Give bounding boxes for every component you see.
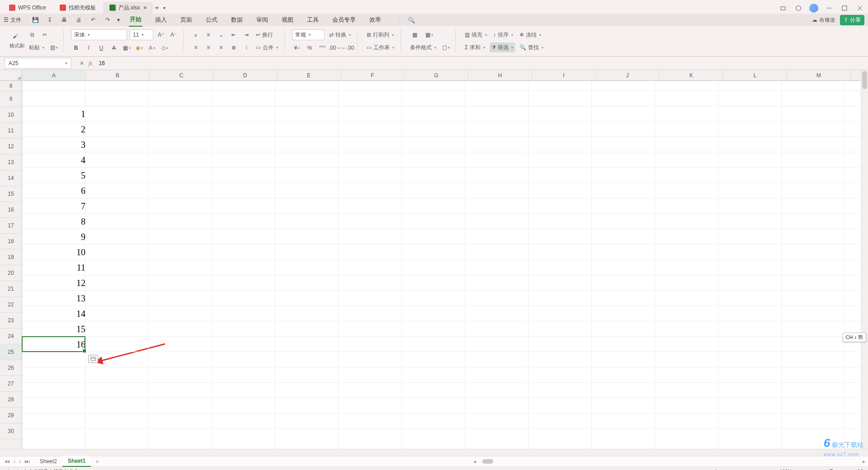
column-header-A[interactable]: A bbox=[22, 70, 86, 80]
row-header-17[interactable]: 17 bbox=[0, 218, 22, 234]
row-header-12[interactable]: 12 bbox=[0, 139, 22, 155]
increase-indent-icon[interactable]: ⇥ bbox=[241, 30, 251, 40]
row-header-19[interactable]: 19 bbox=[0, 249, 22, 265]
row-header-29[interactable]: 29 bbox=[0, 408, 22, 423]
cell-A14[interactable]: 5 bbox=[22, 168, 88, 183]
strikethrough-icon[interactable]: A̶ bbox=[109, 43, 119, 53]
cell-A18[interactable]: 9 bbox=[22, 229, 88, 244]
row-header-27[interactable]: 27 bbox=[0, 376, 22, 392]
column-header-M[interactable]: M bbox=[787, 70, 851, 80]
cell-format-icon[interactable]: ▢ bbox=[441, 42, 451, 52]
row-header-26[interactable]: 26 bbox=[0, 360, 22, 376]
font-size-select[interactable]: 11▾ bbox=[130, 29, 153, 40]
row-header-11[interactable]: 11 bbox=[0, 123, 22, 139]
column-header-J[interactable]: J bbox=[596, 70, 660, 80]
underline-icon[interactable]: U bbox=[96, 43, 106, 53]
tab-page[interactable]: 页面 bbox=[179, 14, 193, 26]
share-button[interactable]: ⇪ 分享 bbox=[840, 15, 864, 25]
tab-member[interactable]: 会员专享 bbox=[331, 14, 357, 26]
row-header-18[interactable]: 18 bbox=[0, 234, 22, 249]
row-header-9[interactable]: 9 bbox=[0, 91, 22, 107]
column-header-E[interactable]: E bbox=[277, 70, 341, 80]
merge-button[interactable]: ▭ 合并▾ bbox=[254, 42, 280, 52]
minimize-button[interactable] bbox=[824, 3, 835, 14]
select-all-corner[interactable] bbox=[0, 70, 22, 81]
cell-A20[interactable]: 11 bbox=[22, 260, 88, 275]
tab-home[interactable]: 开始 bbox=[129, 13, 142, 27]
cond-format-button[interactable]: 条件格式▾ bbox=[408, 42, 438, 52]
row-header-22[interactable]: 22 bbox=[0, 297, 22, 313]
add-sheet-button[interactable]: ＋ bbox=[91, 458, 104, 465]
row-header-16[interactable]: 16 bbox=[0, 202, 22, 218]
app-tab-templates[interactable]: 找稻壳模板 bbox=[53, 2, 102, 14]
font-name-select[interactable]: 宋体▾ bbox=[71, 29, 127, 40]
name-box[interactable]: A25 ▾ bbox=[5, 58, 71, 69]
align-right-icon[interactable]: ≡ bbox=[216, 42, 226, 52]
wrap-button[interactable]: ↩ 换行 bbox=[254, 30, 275, 40]
freeze-button[interactable]: ❄ 冻结▾ bbox=[518, 30, 543, 40]
table-format-icon[interactable]: ▦ bbox=[408, 30, 421, 40]
cell-A13[interactable]: 4 bbox=[22, 152, 88, 168]
view-normal-icon[interactable]: ▦ bbox=[739, 468, 748, 470]
sheet-tab-sheet1[interactable]: Sheet1 bbox=[62, 456, 91, 467]
decrease-decimal-icon[interactable]: ←.00 bbox=[343, 43, 353, 53]
avatar[interactable] bbox=[808, 3, 819, 14]
row-header-30[interactable]: 30 bbox=[0, 423, 22, 439]
ribbon-search[interactable]: 🔍 bbox=[398, 14, 416, 26]
tab-efficiency[interactable]: 效率 bbox=[368, 14, 382, 26]
align-bottom-icon[interactable]: ⌄ bbox=[216, 30, 226, 40]
row-header-21[interactable]: 21 bbox=[0, 281, 22, 297]
cell-A21[interactable]: 12 bbox=[22, 275, 88, 291]
zoom-in-icon[interactable]: ＋ bbox=[842, 468, 851, 470]
row-header-24[interactable]: 24 bbox=[0, 329, 22, 344]
cell-A23[interactable]: 14 bbox=[22, 306, 88, 321]
filter-button[interactable]: ⧩ 筛选▾ bbox=[490, 42, 515, 52]
maximize-button[interactable] bbox=[839, 3, 850, 14]
ime-badge[interactable]: CH ♪ 简 bbox=[843, 333, 867, 342]
cancel-formula-icon[interactable]: ✕ bbox=[80, 60, 84, 66]
rowcol-button[interactable]: ⊞ 行和列▾ bbox=[365, 30, 396, 40]
sheet-prev-icon[interactable]: ‹ bbox=[14, 458, 15, 465]
decrease-indent-icon[interactable]: ⇤ bbox=[229, 30, 239, 40]
modified-indicator[interactable]: ☁ 有修改 bbox=[812, 16, 835, 24]
column-header-H[interactable]: H bbox=[468, 70, 532, 80]
close-button[interactable] bbox=[854, 3, 865, 14]
cell-A10[interactable]: 1 bbox=[22, 106, 88, 122]
cell-A11[interactable]: 2 bbox=[22, 122, 88, 137]
increase-decimal-icon[interactable]: .00→ bbox=[330, 43, 340, 53]
row-header-23[interactable]: 23 bbox=[0, 313, 22, 329]
italic-icon[interactable]: I bbox=[84, 43, 94, 53]
cell-A15[interactable]: 6 bbox=[22, 183, 88, 198]
thousand-sep-icon[interactable]: °°° bbox=[317, 43, 327, 53]
qat-more[interactable]: ▾ bbox=[117, 17, 120, 23]
target-icon[interactable]: ⊕ bbox=[725, 468, 734, 470]
column-header-C[interactable]: C bbox=[150, 70, 213, 80]
align-top-icon[interactable]: ⌅ bbox=[191, 30, 201, 40]
row-header-15[interactable]: 15 bbox=[0, 186, 22, 202]
save-icon[interactable]: 💾 bbox=[30, 15, 40, 25]
cell-A24[interactable]: 15 bbox=[22, 321, 88, 337]
highlight-icon[interactable]: ◇ bbox=[160, 43, 170, 53]
tab-data[interactable]: 数据 bbox=[230, 14, 244, 26]
compact-mode-icon[interactable] bbox=[778, 3, 788, 14]
cell-style-icon[interactable]: ▦ bbox=[424, 30, 434, 40]
tab-review[interactable]: 审阅 bbox=[255, 14, 269, 26]
fx-icon[interactable]: fx bbox=[89, 60, 93, 67]
print-preview-icon[interactable]: 🖨 bbox=[74, 15, 84, 25]
sum-button[interactable]: Σ 求和▾ bbox=[463, 42, 487, 52]
view-page-icon[interactable]: ▯ bbox=[752, 468, 761, 470]
percent-icon[interactable]: % bbox=[305, 43, 315, 53]
view-break-icon[interactable]: ▭ bbox=[766, 468, 775, 470]
new-tab-button[interactable]: ＋▾ bbox=[154, 2, 165, 14]
zoom-out-icon[interactable]: − bbox=[797, 468, 806, 470]
column-header-I[interactable]: I bbox=[532, 70, 596, 80]
autofill-options-icon[interactable] bbox=[88, 355, 98, 363]
fill-color-icon[interactable]: ◉ bbox=[134, 43, 144, 53]
sheet-next-icon[interactable]: › bbox=[19, 458, 21, 465]
undo-icon[interactable]: ↶ bbox=[88, 15, 98, 25]
app-tab-wps[interactable]: WPS Office bbox=[3, 2, 52, 14]
font-color-icon[interactable]: A bbox=[147, 43, 157, 53]
horizontal-scrollbar[interactable]: ◂ ▸ bbox=[104, 458, 868, 465]
align-center-icon[interactable]: ≡ bbox=[203, 42, 213, 52]
align-middle-icon[interactable]: ≡ bbox=[203, 30, 213, 40]
